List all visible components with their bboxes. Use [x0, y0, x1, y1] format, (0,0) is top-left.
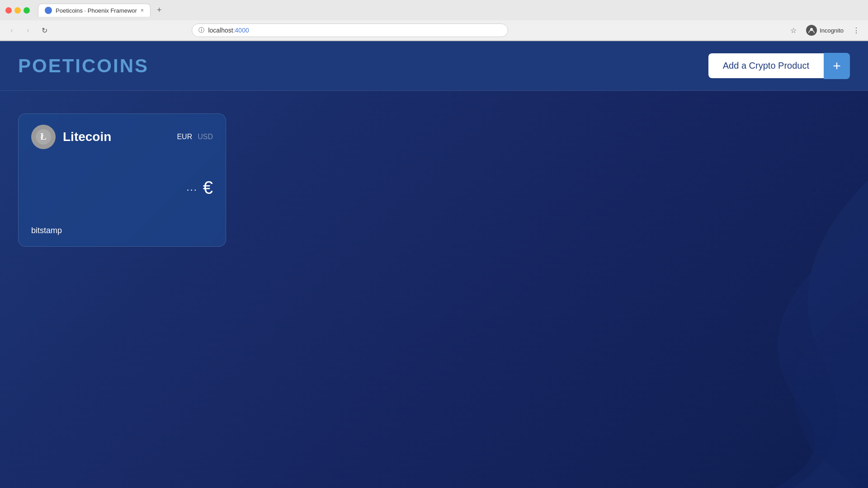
- address-bar-url: localhost:4000: [208, 27, 249, 34]
- price-currency-symbol: €: [203, 178, 213, 198]
- tab-close-button[interactable]: ×: [141, 7, 144, 14]
- new-tab-button[interactable]: +: [153, 4, 165, 17]
- app-main: Ł Litecoin EUR USD ... € bit: [0, 91, 868, 269]
- traffic-lights: [5, 7, 30, 14]
- currency-toggle[interactable]: EUR USD: [177, 133, 213, 141]
- card-bottom: bitstamp: [31, 226, 213, 235]
- price-loading-dots: ...: [186, 182, 197, 193]
- minimize-window-button[interactable]: [14, 7, 21, 14]
- back-button[interactable]: ‹: [5, 24, 18, 37]
- browser-right-icons: ☆ Incognito ⋮: [787, 23, 863, 38]
- coin-info: Ł Litecoin: [31, 125, 111, 149]
- exchange-name: bitstamp: [31, 226, 62, 235]
- browser-toolbar: ‹ › ↻ ⓘ localhost:4000 ☆ Incognito ⋮: [0, 20, 868, 41]
- app-container: POETICOINS Add a Crypto Product + Ł Lite…: [0, 41, 868, 488]
- browser-tab-active[interactable]: Poeticoins · Phoenix Framewor ×: [38, 4, 151, 17]
- address-bar[interactable]: ⓘ localhost:4000: [192, 23, 508, 37]
- menu-button[interactable]: ⋮: [850, 24, 863, 37]
- coin-icon-litecoin: Ł: [31, 125, 56, 149]
- maximize-window-button[interactable]: [24, 7, 30, 14]
- browser-titlebar: Poeticoins · Phoenix Framewor × +: [0, 0, 868, 20]
- app-header: POETICOINS Add a Crypto Product +: [0, 41, 868, 91]
- currency-eur-label[interactable]: EUR: [177, 133, 192, 141]
- card-top: Ł Litecoin EUR USD: [31, 125, 213, 149]
- incognito-button[interactable]: Incognito: [802, 23, 847, 38]
- incognito-icon: [806, 25, 817, 36]
- crypto-card-litecoin[interactable]: Ł Litecoin EUR USD ... € bit: [18, 113, 226, 247]
- address-bar-security-icon: ⓘ: [198, 26, 204, 34]
- forward-button[interactable]: ›: [22, 24, 34, 37]
- tab-bar: Poeticoins · Phoenix Framewor × +: [38, 4, 863, 17]
- coin-name: Litecoin: [63, 130, 111, 144]
- card-middle: ... €: [31, 170, 213, 205]
- add-crypto-product-button[interactable]: Add a Crypto Product: [708, 53, 824, 78]
- refresh-button[interactable]: ↻: [38, 24, 51, 37]
- currency-usd-label[interactable]: USD: [198, 133, 213, 141]
- svg-text:Ł: Ł: [40, 131, 46, 141]
- incognito-label: Incognito: [820, 27, 844, 34]
- add-icon-button[interactable]: +: [824, 53, 850, 79]
- close-window-button[interactable]: [5, 7, 12, 14]
- tab-favicon: [45, 7, 52, 14]
- header-right: Add a Crypto Product +: [708, 53, 850, 79]
- browser-chrome: Poeticoins · Phoenix Framewor × + ‹ › ↻ …: [0, 0, 868, 41]
- app-logo: POETICOINS: [18, 55, 149, 77]
- bookmark-button[interactable]: ☆: [787, 24, 800, 37]
- tab-title: Poeticoins · Phoenix Framewor: [56, 7, 137, 14]
- price-display: ... €: [186, 178, 213, 198]
